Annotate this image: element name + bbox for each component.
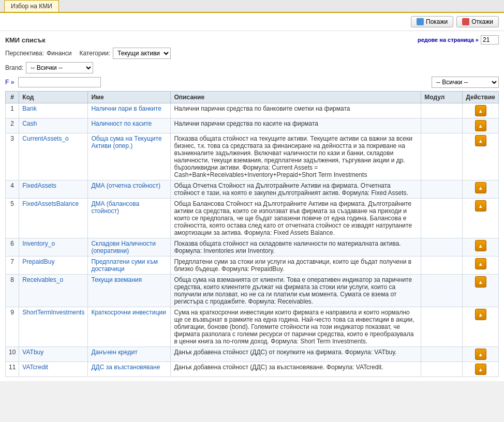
action-button[interactable] [475,182,486,193]
category-label: Категории: [79,50,110,57]
table-row: 9ShortTermInvestmentsКраткосрочни инвест… [6,307,499,347]
action-button[interactable] [475,200,486,212]
search-input[interactable] [18,77,101,87]
tab-bar: Избор на КМИ [0,0,504,13]
rows-per-page-link[interactable]: редове на страница » [418,37,479,43]
f-link[interactable]: F » [5,79,14,86]
cell-code: VATbuy [19,347,88,362]
action-button[interactable] [475,105,486,116]
action-button[interactable] [475,135,486,146]
brand-select[interactable]: -- Всички -- [26,62,93,73]
name-link[interactable]: Обща сума на Текущите Активи (опер.) [91,135,161,149]
rows-per-page-area: редове на страница » [418,35,499,44]
cell-num: 2 [6,118,19,133]
col-header-desc: Описание [171,92,421,103]
cell-module [421,275,463,307]
cell-action [463,133,499,180]
cell-description: Данък добавена стойност (ДДС) за възстан… [171,362,421,377]
cell-description: Налични парични средства по банковите см… [171,103,421,118]
table-row: 8Receivables_oТекущи вземанияОбща сума н… [6,275,499,307]
table-row: 10VATbuyДанъчен кредитДанък добавена сто… [6,347,499,362]
cell-name: Данъчен кредит [88,347,171,362]
cancel-button[interactable]: Откажи [456,16,499,27]
cell-module [421,199,463,238]
cell-num: 5 [6,199,19,238]
code-link[interactable]: Bank [22,105,36,112]
show-button[interactable]: Покажи [411,16,453,27]
code-link[interactable]: VATcredit [22,364,48,371]
table-row: 2CashНаличност по каситеНалични парични … [6,118,499,133]
cell-action [463,103,499,118]
code-link[interactable]: VATbuy [22,349,43,356]
cell-num: 3 [6,133,19,180]
cell-name: Предплатени суми към доставчици [88,257,171,275]
name-link[interactable]: Складови Наличности (оперативни) [91,240,156,254]
table-body: 1BankНалични пари в банкитеНалични парич… [6,103,499,377]
code-link[interactable]: PrepaidBuy [22,258,54,265]
perspective-value: Финанси [47,50,71,57]
code-link[interactable]: Receivables_o [22,276,63,283]
cell-description: Сума на краткосрочни инвестиции които фи… [171,307,421,347]
toolbar: Покажи Откажи [0,13,504,31]
table-row: 4FixedAssetsДМА (отчетна стойност)Обща О… [6,180,499,199]
cell-action [463,118,499,133]
name-link[interactable]: Краткосрочни инвестиции [91,309,166,316]
cell-num: 8 [6,275,19,307]
cell-num: 6 [6,238,19,257]
col-header-num: # [6,92,19,103]
rows-per-page-input[interactable] [481,35,499,44]
tab-kmi-select[interactable]: Избор на КМИ [4,0,59,12]
cell-code: ShortTermInvestments [19,307,88,347]
code-link[interactable]: Inventory_o [22,240,55,247]
cell-num: 10 [6,347,19,362]
action-button[interactable] [475,120,486,131]
cell-code: Inventory_o [19,238,88,257]
cell-name: Текущи вземания [88,275,171,307]
action-button[interactable] [475,309,486,320]
cell-description: Налични парични средства по касите на фи… [171,118,421,133]
name-link[interactable]: ДМА (балансова стойност) [91,200,139,215]
action-button[interactable] [475,240,486,251]
name-link[interactable]: Текущи вземания [91,276,142,283]
cell-name: Наличност по касите [88,118,171,133]
cell-name: Краткосрочни инвестиции [88,307,171,347]
table-row: 3CurrentAssets_oОбща сума на Текущите Ак… [6,133,499,180]
cell-action [463,347,499,362]
cell-num: 7 [6,257,19,275]
code-link[interactable]: CurrentAssets_o [22,135,68,142]
action-button[interactable] [475,364,486,375]
show-label: Покажи [426,18,448,25]
cell-module [421,307,463,347]
name-link[interactable]: ДДС за възстановяване [91,364,160,371]
name-link[interactable]: Предплатени суми към доставчици [91,258,157,273]
cell-name: ДМА (балансова стойност) [88,199,171,238]
name-link[interactable]: Данъчен кредит [91,349,137,356]
code-link[interactable]: ShortTermInvestments [22,309,84,316]
cell-action [463,199,499,238]
cell-num: 11 [6,362,19,377]
cell-module [421,118,463,133]
table-row: 7PrepaidBuyПредплатени суми към доставчи… [6,257,499,275]
page-title: КМИ списък [5,36,46,44]
main-content: КМИ списък редове на страница » Перспект… [0,31,504,381]
all-filter-select[interactable]: -- Всички -- [432,77,499,88]
action-button[interactable] [475,258,486,269]
col-header-name: Име [88,92,171,103]
cell-name: Обща сума на Текущите Активи (опер.) [88,133,171,180]
table-row: 1BankНалични пари в банкитеНалични парич… [6,103,499,118]
brand-row: Brand: -- Всички -- [5,62,499,73]
table-row: 5FixedAssetsBalanceДМА (балансова стойно… [6,199,499,238]
table-row: 6Inventory_oСкладови Наличности (операти… [6,238,499,257]
action-button[interactable] [475,276,486,288]
code-link[interactable]: FixedAssetsBalance [22,200,79,207]
cell-name: Складови Наличности (оперативни) [88,238,171,257]
code-link[interactable]: Cash [22,120,37,127]
name-link[interactable]: ДМА (отчетна стойност) [91,182,160,189]
category-select[interactable]: Текущи активи [113,48,171,59]
cell-action [463,362,499,377]
table-header-row: # Код Име Описание Модул Действие [6,92,499,103]
name-link[interactable]: Наличност по касите [91,120,152,127]
action-button[interactable] [475,349,486,360]
code-link[interactable]: FixedAssets [22,182,56,189]
name-link[interactable]: Налични пари в банките [91,105,161,112]
